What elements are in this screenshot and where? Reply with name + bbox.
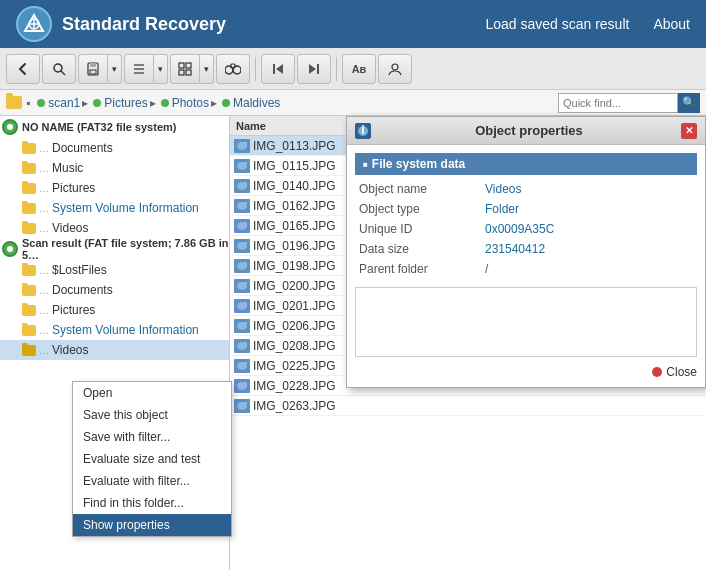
toolbar: ▾ ▾ ▾ Aв	[0, 48, 706, 90]
next-button[interactable]	[297, 54, 331, 84]
dialog-fields: Object name Videos Object type Folder Un…	[355, 179, 697, 279]
breadcrumb-dot-3	[161, 99, 169, 107]
quick-find: 🔍	[558, 93, 700, 113]
tree-section-2[interactable]: Scan result (FAT file system; 7.86 GB in…	[0, 238, 229, 260]
header-nav: Load saved scan result About	[485, 16, 690, 32]
file-cell-name: IMG_0201.JPG	[230, 299, 360, 313]
dialog-footer: Close	[347, 361, 705, 387]
file-name-text: IMG_0140.JPG	[253, 179, 336, 193]
svg-point-4	[54, 64, 62, 72]
section-1-icon	[2, 119, 18, 135]
context-evaluate-filter[interactable]: Evaluate with filter...	[73, 470, 231, 492]
grid-view-dropdown[interactable]: ▾	[200, 54, 214, 84]
separator-2	[336, 57, 337, 81]
grid-view-group: ▾	[170, 54, 214, 84]
dialog-textarea[interactable]	[355, 287, 697, 357]
file-cell-name: IMG_0162.JPG	[230, 199, 360, 213]
save-button[interactable]	[78, 54, 108, 84]
file-name-text: IMG_0198.JPG	[253, 259, 336, 273]
breadcrumb-item-3[interactable]: Photos	[172, 96, 209, 110]
prev-button[interactable]	[261, 54, 295, 84]
folder-icon	[22, 305, 36, 316]
section-2-label: Scan result (FAT file system; 7.86 GB in…	[22, 237, 229, 261]
tree-section-1[interactable]: NO NAME (FAT32 file system)	[0, 116, 229, 138]
folder-icon	[22, 163, 36, 174]
dialog-title: Object properties	[377, 123, 681, 138]
user-button[interactable]	[378, 54, 412, 84]
breadcrumb-dot-1	[37, 99, 45, 107]
list-view-button[interactable]	[124, 54, 154, 84]
about-link[interactable]: About	[653, 16, 690, 32]
breadcrumb-item-4[interactable]: Maldives	[233, 96, 280, 110]
file-name-text: IMG_0196.JPG	[253, 239, 336, 253]
dialog-titlebar: i Object properties ✕	[347, 117, 705, 145]
file-img-icon	[234, 159, 250, 173]
list-view-group: ▾	[124, 54, 168, 84]
separator-1	[255, 57, 256, 81]
col-header-name: Name	[230, 116, 360, 135]
tree-item-videos-1[interactable]: … Videos	[0, 218, 229, 238]
context-find-folder[interactable]: Find in this folder...	[73, 492, 231, 514]
tree-item-pictures-2[interactable]: … Pictures	[0, 300, 229, 320]
font-button[interactable]: Aв	[342, 54, 376, 84]
binoculars-button[interactable]	[216, 54, 250, 84]
svg-rect-7	[90, 63, 96, 67]
back-button[interactable]	[6, 54, 40, 84]
file-img-icon	[234, 379, 250, 393]
tree-label-documents-2: Documents	[52, 283, 113, 297]
breadcrumb-item-2[interactable]: Pictures	[104, 96, 147, 110]
quick-find-button[interactable]: 🔍	[678, 93, 700, 113]
file-img-icon	[234, 139, 250, 153]
dialog-close-x-button[interactable]: ✕	[681, 123, 697, 139]
tree-label-pictures-1: Pictures	[52, 181, 95, 195]
breadcrumb-dot-4	[222, 99, 230, 107]
svg-rect-14	[179, 70, 184, 75]
value-object-name: Videos	[485, 182, 697, 196]
quick-find-input[interactable]	[558, 93, 678, 113]
folder-icon	[22, 183, 36, 194]
search-button[interactable]	[42, 54, 76, 84]
file-img-icon	[234, 239, 250, 253]
svg-rect-21	[273, 64, 275, 74]
tree-label-sysvolinfo-1: System Volume Information	[52, 201, 199, 215]
context-show-properties[interactable]: Show properties	[73, 514, 231, 536]
file-row[interactable]: IMG_0263.JPG	[230, 396, 706, 416]
breadcrumb-item-1[interactable]: scan1	[48, 96, 80, 110]
tree-item-documents-1[interactable]: … Documents	[0, 138, 229, 158]
context-save-filter[interactable]: Save with filter...	[73, 426, 231, 448]
section-1-label: NO NAME (FAT32 file system)	[22, 121, 176, 133]
tree-item-music[interactable]: … Music	[0, 158, 229, 178]
file-img-icon	[234, 219, 250, 233]
file-name-text: IMG_0228.JPG	[253, 379, 336, 393]
file-img-icon	[234, 399, 250, 413]
value-object-type: Folder	[485, 202, 697, 216]
folder-icon	[22, 203, 36, 214]
file-name-text: IMG_0162.JPG	[253, 199, 336, 213]
svg-rect-13	[186, 63, 191, 68]
label-object-type: Object type	[355, 202, 485, 216]
label-unique-id: Unique ID	[355, 222, 485, 236]
tree-label-music: Music	[52, 161, 83, 175]
tree-item-sysvolinfo-1[interactable]: … System Volume Information	[0, 198, 229, 218]
folder-icon	[22, 345, 36, 356]
save-dropdown[interactable]: ▾	[108, 54, 122, 84]
grid-view-button[interactable]	[170, 54, 200, 84]
breadcrumb-bar: ▪ scan1 ▸ Pictures ▸ Photos ▸ Maldives 🔍	[0, 90, 706, 116]
load-scan-link[interactable]: Load saved scan result	[485, 16, 629, 32]
file-name-text: IMG_0200.JPG	[253, 279, 336, 293]
dialog-close-button[interactable]: Close	[652, 365, 697, 379]
context-evaluate-size[interactable]: Evaluate size and test	[73, 448, 231, 470]
context-open[interactable]: Open	[73, 382, 231, 404]
list-view-dropdown[interactable]: ▾	[154, 54, 168, 84]
svg-rect-22	[317, 64, 319, 74]
tree-item-documents-2[interactable]: … Documents	[0, 280, 229, 300]
tree-item-lostfiles[interactable]: … $LostFiles	[0, 260, 229, 280]
file-name-text: IMG_0208.JPG	[253, 339, 336, 353]
file-img-icon	[234, 359, 250, 373]
context-save-object[interactable]: Save this object	[73, 404, 231, 426]
tree-item-videos-2[interactable]: … Videos	[0, 340, 229, 360]
tree-item-pictures-1[interactable]: … Pictures	[0, 178, 229, 198]
tree-item-sysvolinfo-2[interactable]: … System Volume Information	[0, 320, 229, 340]
file-name-text: IMG_0115.JPG	[253, 159, 336, 173]
file-img-icon	[234, 339, 250, 353]
